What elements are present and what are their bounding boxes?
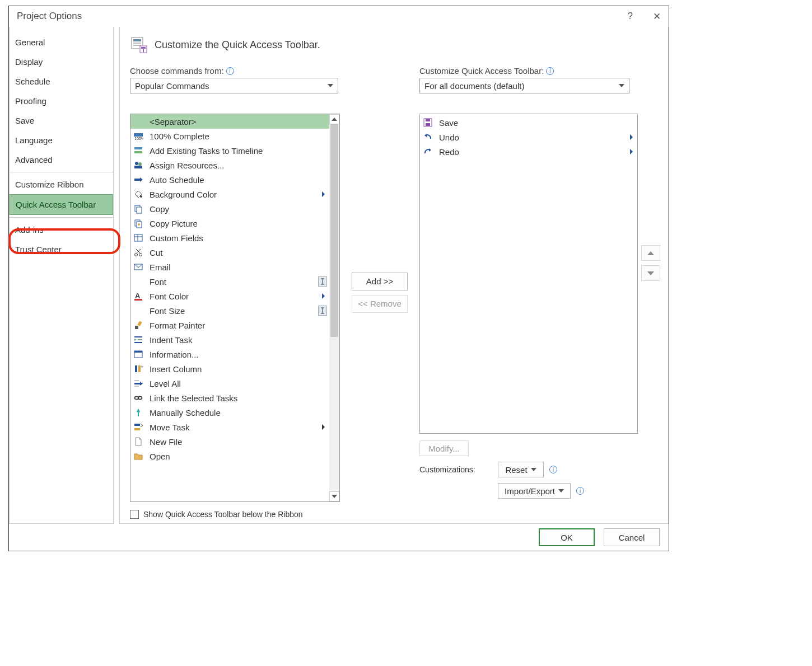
show-qat-below-ribbon-checkbox[interactable] [130, 510, 139, 519]
command-item[interactable]: Move Task [130, 420, 329, 434]
command-item[interactable]: Cut [130, 245, 329, 260]
command-item[interactable]: <Separator> [130, 114, 329, 129]
info-icon[interactable]: i [576, 487, 584, 495]
command-label: Copy [150, 204, 327, 214]
command-item[interactable]: 100%100% Complete [130, 129, 329, 143]
command-item[interactable]: Custom Fields [130, 231, 329, 245]
sidebar-item-general[interactable]: General [10, 32, 113, 52]
svg-rect-54 [134, 428, 140, 430]
command-item[interactable]: New File [130, 434, 329, 449]
dialog-footer: OK Cancel [9, 524, 669, 551]
info-icon [133, 349, 144, 359]
save-icon [422, 118, 433, 128]
submenu-indicator-icon [319, 424, 327, 430]
sidebar-item-display[interactable]: Display [10, 52, 113, 72]
timeline-icon [133, 146, 144, 156]
command-label: Email [150, 262, 327, 272]
modify-button[interactable]: Modify... [419, 440, 469, 456]
svg-point-20 [138, 223, 140, 226]
submenu-indicator-icon [319, 191, 327, 197]
info-icon[interactable]: i [546, 67, 554, 75]
copypic-icon [133, 218, 144, 228]
ok-button[interactable]: OK [539, 528, 595, 546]
command-item[interactable]: Add Existing Tasks to Timeline [130, 143, 329, 158]
command-item[interactable]: Manually Schedule [130, 405, 329, 420]
command-item[interactable]: Level All [130, 376, 329, 391]
sidebar-separator [10, 172, 113, 172]
current-commands-listbox[interactable]: SaveUndoRedo [419, 114, 638, 434]
svg-point-15 [140, 195, 142, 198]
command-item[interactable]: +Insert Column [130, 362, 329, 376]
command-item[interactable]: Email [130, 260, 329, 274]
project-options-dialog: Project Options ? ✕ GeneralDisplaySchedu… [8, 6, 669, 551]
redo-icon [422, 147, 433, 157]
command-item[interactable]: Save [420, 115, 637, 130]
svg-rect-38 [135, 326, 138, 329]
main-panel: Customize the Quick Access Toolbar. Choo… [119, 27, 669, 524]
svg-point-24 [135, 254, 138, 256]
command-item[interactable]: Background Color [130, 187, 329, 201]
sidebar-item-add-ins[interactable]: Add-ins [10, 220, 113, 240]
close-icon[interactable]: ✕ [653, 11, 661, 22]
remove-button[interactable]: << Remove [352, 295, 408, 313]
svg-rect-17 [137, 207, 142, 213]
command-item[interactable]: Open [130, 449, 329, 463]
svg-rect-56 [426, 119, 430, 121]
move-down-button[interactable] [641, 265, 660, 281]
help-icon[interactable]: ? [628, 11, 633, 22]
command-label: Cut [150, 248, 327, 257]
sidebar-item-advanced[interactable]: Advanced [10, 150, 113, 170]
command-label: Indent Task [150, 335, 327, 345]
fontcolor-icon: A [133, 291, 144, 301]
link-icon [133, 393, 144, 403]
command-item[interactable]: Undo [420, 130, 637, 144]
level-icon [133, 378, 144, 388]
command-item[interactable]: AFont Color [130, 289, 329, 303]
sidebar-item-trust-center[interactable]: Trust Center [10, 240, 113, 259]
svg-rect-47 [134, 383, 140, 384]
command-item[interactable]: Copy [130, 201, 329, 216]
import-export-button[interactable]: Import/Export [498, 483, 571, 499]
sidebar-item-quick-access-toolbar[interactable]: Quick Access Toolbar [10, 194, 113, 215]
command-label: Move Task [150, 423, 314, 432]
command-item[interactable]: Link the Selected Tasks [130, 391, 329, 405]
move-up-button[interactable] [641, 245, 660, 261]
choose-commands-dropdown[interactable]: Popular Commands [130, 78, 338, 93]
command-item[interactable]: Assign Resources... [130, 158, 329, 172]
command-label: Information... [150, 350, 327, 359]
command-label: Format Painter [150, 321, 327, 330]
add-button[interactable]: Add >> [352, 273, 408, 290]
command-item[interactable]: Auto Schedule [130, 172, 329, 187]
command-item[interactable]: Information... [130, 347, 329, 362]
cancel-button[interactable]: Cancel [604, 528, 660, 546]
sidebar-item-customize-ribbon[interactable]: Customize Ribbon [10, 175, 113, 194]
command-label: Redo [439, 147, 622, 157]
available-commands-listbox[interactable]: <Separator>100%100% CompleteAdd Existing… [130, 114, 340, 502]
command-item[interactable]: Font [130, 274, 329, 289]
command-item[interactable]: Redo [420, 144, 637, 159]
info-icon[interactable]: i [549, 466, 557, 473]
command-label: Link the Selected Tasks [150, 393, 327, 403]
sidebar-item-save[interactable]: Save [10, 111, 113, 130]
sidebar-item-proofing[interactable]: Proofing [10, 91, 113, 111]
command-label: Level All [150, 379, 327, 388]
info-icon[interactable]: i [226, 67, 234, 75]
sidebar-item-language[interactable]: Language [10, 130, 113, 150]
command-item[interactable]: Format Painter [130, 318, 329, 332]
sidebar-item-schedule[interactable]: Schedule [10, 72, 113, 91]
command-item[interactable]: Copy Picture [130, 216, 329, 231]
reset-button[interactable]: Reset [498, 462, 544, 477]
command-item[interactable]: Font Size [130, 303, 329, 318]
choose-commands-label: Choose commands from: i [130, 66, 340, 76]
customize-qat-dropdown[interactable]: For all documents (default) [419, 78, 629, 93]
panel-heading-text: Customize the Quick Access Toolbar. [155, 39, 320, 51]
svg-rect-1 [133, 39, 141, 41]
blank-icon [133, 116, 144, 126]
scrollbar[interactable] [329, 114, 339, 501]
command-label: Assign Resources... [150, 161, 327, 170]
cut-icon [133, 247, 144, 257]
svg-rect-10 [134, 151, 142, 153]
editor-indicator-icon [318, 276, 327, 287]
command-item[interactable]: Indent Task [130, 332, 329, 347]
command-label: Font Color [150, 292, 314, 301]
